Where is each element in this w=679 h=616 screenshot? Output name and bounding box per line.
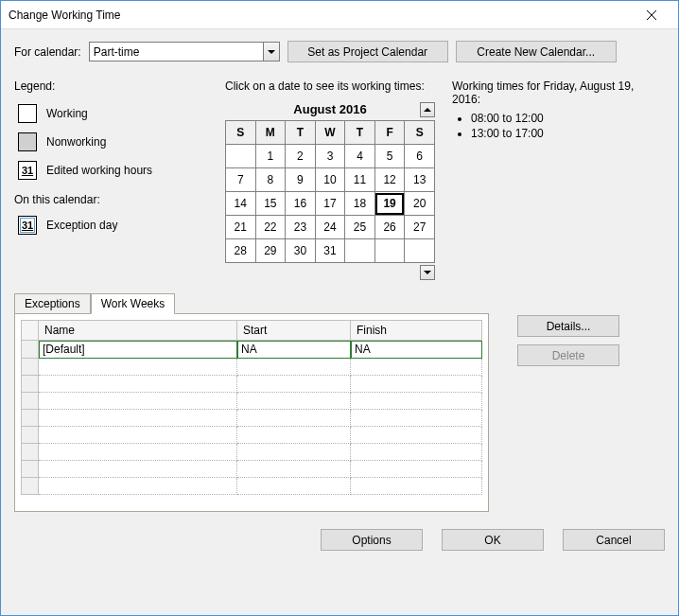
row-header[interactable] (22, 359, 39, 376)
calendar-day[interactable]: 9 (286, 168, 316, 192)
calendar-day[interactable]: 14 (226, 192, 256, 216)
calendar-day[interactable]: 21 (226, 216, 256, 239)
calendar-day[interactable]: 6 (405, 145, 435, 168)
calendar-day[interactable]: 23 (286, 216, 316, 239)
cell-finish[interactable] (351, 359, 482, 376)
cell-start[interactable] (237, 359, 351, 376)
col-finish[interactable]: Finish (351, 321, 482, 341)
calendar-day[interactable]: 12 (374, 168, 405, 192)
calendar-day[interactable]: 28 (226, 239, 256, 263)
calendar-day[interactable]: 5 (374, 145, 405, 168)
calendar-prev-button[interactable] (420, 102, 435, 117)
calendar-day[interactable]: 30 (286, 239, 316, 263)
cell-start[interactable] (237, 393, 351, 410)
row-header[interactable] (22, 427, 39, 444)
calendar-dow: S (405, 121, 435, 145)
cell-finish[interactable] (351, 427, 482, 444)
cell-start[interactable] (237, 461, 351, 478)
calendar-next-button[interactable] (420, 265, 435, 280)
delete-button[interactable]: Delete (517, 344, 619, 366)
col-name[interactable]: Name (39, 321, 237, 341)
calendar-day (374, 239, 405, 263)
calendar-day[interactable]: 29 (255, 239, 286, 263)
work-weeks-grid[interactable]: Name Start Finish [Default]NANA (21, 320, 482, 495)
calendar-day[interactable]: 19 (374, 192, 405, 216)
legend-label-nonworking: Nonworking (46, 135, 106, 149)
calendar-day[interactable]: 8 (255, 168, 286, 192)
cell-finish[interactable] (351, 461, 482, 478)
calendar-day (405, 239, 435, 263)
row-header[interactable] (22, 393, 39, 410)
ok-button[interactable]: OK (442, 529, 544, 551)
working-times-list: 08:00 to 12:0013:00 to 17:00 (456, 112, 665, 140)
calendar-dow: T (286, 121, 316, 145)
row-header[interactable] (22, 410, 39, 427)
cell-start[interactable] (237, 376, 351, 393)
cell-name[interactable] (39, 393, 237, 410)
calendar-day[interactable]: 31 (315, 239, 345, 263)
window-title: Change Working Time (9, 9, 633, 22)
calendar-day[interactable]: 2 (286, 145, 316, 168)
legend: Legend: Working Nonworking 31 Edited wor… (14, 79, 208, 280)
cell-name[interactable] (39, 376, 237, 393)
calendar-day[interactable]: 16 (286, 192, 316, 216)
work-weeks-panel: Name Start Finish [Default]NANA (14, 313, 489, 512)
row-header[interactable] (22, 461, 39, 478)
cell-name[interactable] (39, 461, 237, 478)
cell-finish[interactable] (351, 478, 482, 495)
calendar-day[interactable]: 17 (315, 192, 345, 216)
cell-name[interactable] (39, 444, 237, 461)
cell-name[interactable] (39, 410, 237, 427)
cell-name[interactable] (39, 478, 237, 495)
calendar-prompt: Click on a date to see its working times… (225, 79, 435, 93)
calendar-day[interactable]: 24 (315, 216, 345, 239)
calendar-day[interactable]: 11 (345, 168, 375, 192)
calendar-dow: M (255, 121, 286, 145)
cell-name[interactable] (39, 359, 237, 376)
calendar-select-value: Part-time (94, 45, 140, 59)
cell-finish[interactable] (351, 444, 482, 461)
calendar-day[interactable]: 13 (405, 168, 435, 192)
calendar-day[interactable]: 15 (255, 192, 286, 216)
close-button[interactable] (633, 2, 670, 28)
cell-start[interactable] (237, 410, 351, 427)
calendar-day[interactable]: 7 (226, 168, 256, 192)
cell-name[interactable]: [Default] (39, 341, 237, 359)
cancel-button[interactable]: Cancel (563, 529, 665, 551)
row-header[interactable] (22, 444, 39, 461)
tab-work-weeks[interactable]: Work Weeks (91, 293, 176, 314)
legend-on-this-calendar: On this calendar: (14, 193, 208, 206)
calendar-day[interactable]: 10 (315, 168, 345, 192)
cell-finish[interactable] (351, 410, 482, 427)
tab-exceptions[interactable]: Exceptions (14, 293, 91, 314)
cell-start[interactable] (237, 427, 351, 444)
cell-finish[interactable] (351, 393, 482, 410)
cell-start[interactable] (237, 478, 351, 495)
legend-swatch-exception: 31 (18, 216, 37, 235)
row-header[interactable] (22, 376, 39, 393)
cell-start[interactable]: NA (237, 341, 351, 359)
calendar-day[interactable]: 3 (315, 145, 345, 168)
calendar-day[interactable]: 25 (345, 216, 375, 239)
calendar-day[interactable]: 20 (405, 192, 435, 216)
cell-finish[interactable] (351, 376, 482, 393)
details-button[interactable]: Details... (517, 315, 619, 337)
calendar-select[interactable]: Part-time (89, 42, 280, 62)
calendar-day[interactable]: 27 (405, 216, 435, 239)
calendar-day[interactable]: 22 (255, 216, 286, 239)
calendar-day[interactable]: 26 (374, 216, 405, 239)
row-header[interactable] (22, 341, 39, 359)
set-as-project-calendar-button[interactable]: Set as Project Calendar (287, 41, 448, 62)
calendar-day[interactable]: 1 (255, 145, 286, 168)
options-button[interactable]: Options (321, 529, 423, 551)
cell-name[interactable] (39, 427, 237, 444)
legend-swatch-nonworking (18, 132, 37, 151)
cell-finish[interactable]: NA (351, 341, 482, 359)
row-header[interactable] (22, 478, 39, 495)
calendar-day[interactable]: 4 (345, 145, 375, 168)
col-start[interactable]: Start (237, 321, 351, 341)
create-new-calendar-button[interactable]: Create New Calendar... (456, 41, 617, 62)
calendar-day[interactable]: 18 (345, 192, 375, 216)
cell-start[interactable] (237, 444, 351, 461)
close-icon (647, 10, 656, 20)
